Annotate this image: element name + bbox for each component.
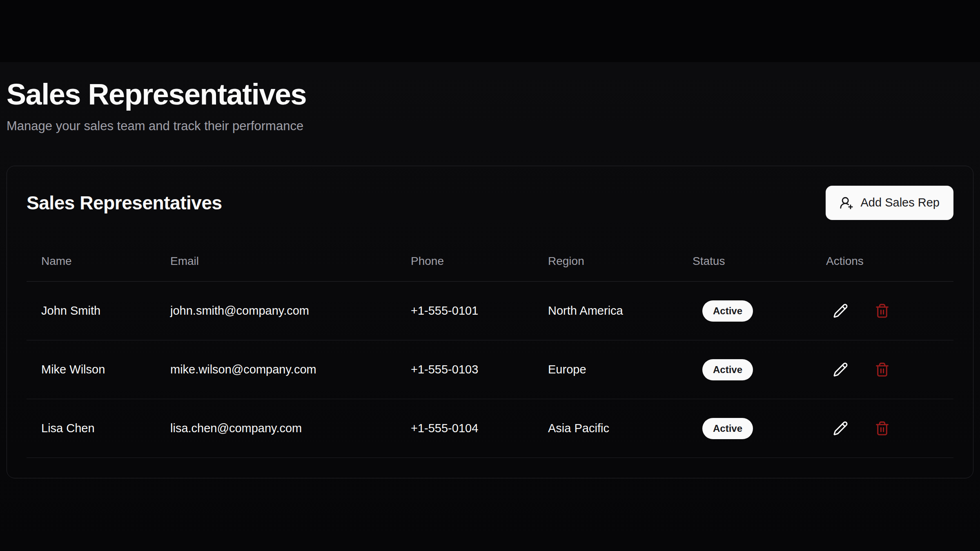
column-header-actions: Actions — [811, 241, 953, 282]
edit-button[interactable] — [831, 360, 850, 379]
card-header: Sales Representatives Add Sales Rep — [27, 186, 953, 220]
cell-phone: +1-555-0101 — [396, 282, 533, 340]
card-title: Sales Representatives — [27, 192, 222, 214]
pencil-icon — [833, 421, 848, 436]
cell-name: John Smith — [27, 282, 156, 340]
add-sales-rep-label: Add Sales Rep — [861, 196, 940, 209]
top-header — [0, 0, 980, 62]
sales-reps-card: Sales Representatives Add Sales Rep Name… — [7, 166, 973, 478]
page-subtitle: Manage your sales team and track their p… — [7, 118, 973, 133]
table-header-row: NameEmailPhoneRegionStatusActions — [27, 241, 953, 282]
main-content: Sales Representatives Manage your sales … — [0, 62, 980, 551]
add-sales-rep-button[interactable]: Add Sales Rep — [826, 186, 953, 220]
user-plus-icon — [840, 196, 853, 210]
column-header-region: Region — [533, 241, 678, 282]
cell-name: Mike Wilson — [27, 340, 156, 399]
row-actions — [831, 419, 947, 438]
cell-region: Asia Pacific — [533, 399, 678, 458]
status-badge: Active — [702, 418, 753, 439]
cell-status: Active — [678, 282, 811, 340]
column-header-status: Status — [678, 241, 811, 282]
table-row: Lisa Chen lisa.chen@company.com +1-555-0… — [27, 399, 953, 458]
cell-region: Europe — [533, 340, 678, 399]
delete-button[interactable] — [873, 302, 891, 320]
row-actions — [831, 302, 947, 320]
cell-email: mike.wilson@company.com — [156, 340, 396, 399]
cell-name: Lisa Chen — [27, 399, 156, 458]
edit-button[interactable] — [831, 302, 850, 320]
cell-phone: +1-555-0103 — [396, 340, 533, 399]
pencil-icon — [833, 362, 848, 377]
column-header-name: Name — [27, 241, 156, 282]
status-badge: Active — [702, 300, 753, 322]
trash-icon — [875, 303, 890, 318]
cell-actions — [811, 340, 953, 399]
column-header-email: Email — [156, 241, 396, 282]
cell-phone: +1-555-0104 — [396, 399, 533, 458]
cell-status: Active — [678, 340, 811, 399]
status-badge: Active — [702, 359, 753, 380]
sales-reps-table: NameEmailPhoneRegionStatusActions John S… — [27, 241, 953, 458]
delete-button[interactable] — [873, 360, 891, 379]
trash-icon — [875, 362, 890, 377]
column-header-phone: Phone — [396, 241, 533, 282]
delete-button[interactable] — [873, 419, 891, 438]
trash-icon — [875, 421, 890, 436]
table-row: John Smith john.smith@company.com +1-555… — [27, 282, 953, 340]
page-title: Sales Representatives — [7, 62, 973, 111]
cell-region: North America — [533, 282, 678, 340]
edit-button[interactable] — [831, 419, 850, 438]
pencil-icon — [833, 303, 848, 318]
row-actions — [831, 360, 947, 379]
cell-actions — [811, 399, 953, 458]
cell-actions — [811, 282, 953, 340]
cell-email: lisa.chen@company.com — [156, 399, 396, 458]
cell-email: john.smith@company.com — [156, 282, 396, 340]
table-row: Mike Wilson mike.wilson@company.com +1-5… — [27, 340, 953, 399]
cell-status: Active — [678, 399, 811, 458]
